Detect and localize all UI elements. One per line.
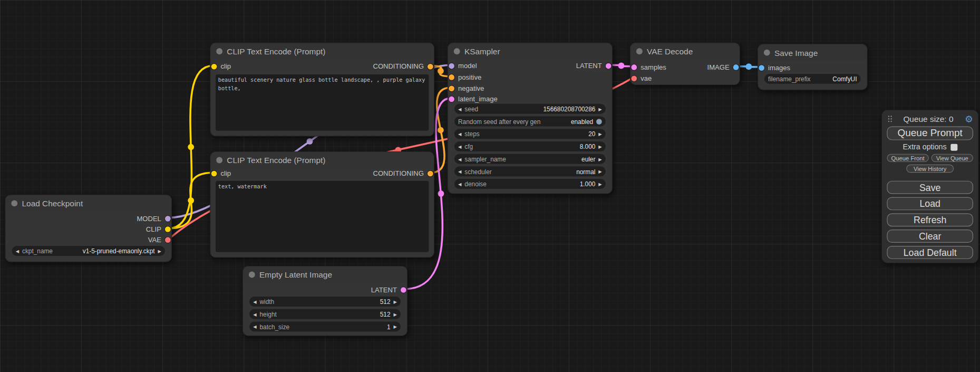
view-queue-button[interactable]: View Queue [932, 154, 973, 162]
widget-value: enabled [571, 118, 593, 125]
collapse-toggle-icon[interactable] [11, 200, 17, 206]
input-dot-latent-image[interactable] [449, 96, 454, 102]
decrement-icon[interactable]: ◀ [253, 299, 256, 303]
decrement-icon[interactable]: ◀ [458, 132, 461, 136]
toggle-dot-icon[interactable] [596, 119, 602, 125]
collapse-toggle-icon[interactable] [636, 48, 643, 54]
clear-button[interactable]: Clear [887, 230, 973, 243]
input-dot-clip[interactable] [211, 63, 217, 69]
output-dot-image[interactable] [733, 64, 739, 70]
input-slot-model: model [449, 61, 477, 70]
increment-icon[interactable]: ▶ [393, 325, 396, 329]
slot-label: clip [221, 63, 231, 70]
node-clip-text-encode-positive[interactable]: CLIP Text Encode (Prompt) clip CONDITION… [210, 43, 434, 137]
widget-width[interactable]: ◀ width 512 ▶ [249, 297, 401, 307]
widget-scheduler[interactable]: ◀ scheduler normal ▶ [454, 166, 606, 176]
node-clip-text-encode-negative[interactable]: CLIP Text Encode (Prompt) clip CONDITION… [210, 151, 434, 258]
input-dot-clip[interactable] [211, 170, 217, 176]
output-dot-latent[interactable] [606, 63, 612, 69]
load-button[interactable]: Load [887, 197, 973, 210]
increment-icon[interactable]: ▶ [598, 144, 601, 148]
node-titlebar[interactable]: KSampler [448, 43, 612, 60]
node-titlebar[interactable]: Load Checkpoint [6, 195, 171, 212]
node-title: CLIP Text Encode (Prompt) [227, 46, 325, 56]
queue-prompt-button[interactable]: Queue Prompt [887, 127, 973, 140]
output-dot-conditioning[interactable] [428, 170, 433, 176]
save-button[interactable]: Save [887, 181, 973, 194]
widget-sampler-name[interactable]: ◀ sampler_name euler ▶ [454, 154, 606, 164]
input-dot-positive[interactable] [449, 74, 454, 80]
node-vae-decode[interactable]: VAE Decode samples vae IMAGE [630, 43, 740, 85]
node-load-checkpoint[interactable]: Load Checkpoint MODEL CLIP VAE ◀ ckpt_na… [5, 195, 172, 262]
settings-gear-icon[interactable]: ⚙ [965, 114, 973, 123]
input-dot-images[interactable] [759, 65, 764, 71]
refresh-button[interactable]: Refresh [887, 213, 973, 226]
node-titlebar[interactable]: Save Image [758, 44, 867, 61]
slot-label: CLIP [146, 225, 161, 233]
collapse-toggle-icon[interactable] [764, 50, 770, 56]
widget-cfg[interactable]: ◀ cfg 8.000 ▶ [454, 141, 606, 151]
prev-value-icon[interactable]: ◀ [16, 249, 19, 253]
node-save-image[interactable]: Save Image images filename_prefix ComfyU… [758, 44, 868, 90]
extra-options-checkbox[interactable] [950, 144, 957, 150]
view-history-button[interactable]: View History [906, 165, 954, 173]
widget-label: sampler_name [464, 156, 506, 163]
output-dot-vae[interactable] [165, 237, 171, 243]
increment-icon[interactable]: ▶ [598, 182, 601, 186]
increment-icon[interactable]: ▶ [598, 132, 601, 136]
slot-label: MODEL [137, 215, 161, 222]
input-dot-model[interactable] [449, 63, 454, 69]
input-dot-vae[interactable] [631, 75, 637, 81]
prompt-text-area[interactable]: beautiful scenery nature glass bottle la… [216, 74, 429, 131]
decrement-icon[interactable]: ◀ [458, 182, 461, 186]
increment-icon[interactable]: ▶ [598, 107, 601, 111]
prompt-text-area[interactable]: text, watermark [216, 181, 429, 252]
output-dot-clip[interactable] [165, 226, 171, 232]
decrement-icon[interactable]: ◀ [458, 107, 461, 111]
widget-denoise[interactable]: ◀ denoise 1.000 ▶ [454, 179, 606, 189]
node-ksampler[interactable]: KSampler model positive negative latent_… [448, 43, 613, 194]
collapse-toggle-icon[interactable] [216, 157, 222, 164]
output-dot-conditioning[interactable] [428, 63, 433, 69]
increment-icon[interactable]: ▶ [393, 312, 396, 316]
widget-seed[interactable]: ◀ seed 156680208700286 ▶ [454, 104, 606, 114]
drag-handle-icon[interactable] [888, 116, 889, 117]
input-slot-latent-image: latent_image [449, 94, 497, 103]
widget-filename-prefix[interactable]: filename_prefix ComfyUI [764, 74, 861, 84]
collapse-toggle-icon[interactable] [454, 48, 460, 54]
link-dot [438, 190, 444, 197]
prev-value-icon[interactable]: ◀ [458, 157, 461, 161]
node-titlebar[interactable]: CLIP Text Encode (Prompt) [211, 152, 434, 168]
queue-front-button[interactable]: Queue Front [887, 154, 928, 162]
output-dot-latent[interactable] [401, 287, 406, 293]
widget-steps[interactable]: ◀ steps 20 ▶ [454, 129, 606, 139]
input-dot-negative[interactable] [449, 85, 454, 91]
link-dot [307, 138, 313, 145]
next-value-icon[interactable]: ▶ [598, 157, 601, 161]
decrement-icon[interactable]: ◀ [458, 144, 461, 148]
input-dot-samples[interactable] [631, 64, 637, 70]
node-titlebar[interactable]: Empty Latent Image [243, 266, 407, 283]
widget-ckpt-name[interactable]: ◀ ckpt_name v1-5-pruned-emaonly.ckpt ▶ [12, 246, 165, 256]
increment-icon[interactable]: ▶ [393, 299, 396, 303]
widget-height[interactable]: ◀ height 512 ▶ [249, 309, 401, 319]
widget-label: cfg [464, 143, 473, 150]
graph-canvas[interactable]: Load Checkpoint MODEL CLIP VAE ◀ ckpt_na… [0, 0, 980, 372]
node-empty-latent-image[interactable]: Empty Latent Image LATENT ◀ width 512 ▶ … [242, 266, 407, 336]
output-slot-vae: VAE [148, 235, 171, 244]
decrement-icon[interactable]: ◀ [253, 325, 256, 329]
output-dot-model[interactable] [165, 215, 171, 221]
widget-random-seed-toggle[interactable]: Random seed after every gen enabled [454, 117, 606, 127]
collapse-toggle-icon[interactable] [216, 48, 222, 54]
prev-value-icon[interactable]: ◀ [458, 169, 461, 174]
load-default-button[interactable]: Load Default [887, 246, 973, 259]
next-value-icon[interactable]: ▶ [598, 169, 601, 174]
widget-batch-size[interactable]: ◀ batch_size 1 ▶ [249, 321, 401, 331]
widget-label: steps [464, 130, 479, 137]
slot-label: IMAGE [707, 63, 730, 71]
next-value-icon[interactable]: ▶ [158, 249, 161, 253]
node-titlebar[interactable]: CLIP Text Encode (Prompt) [211, 43, 434, 60]
decrement-icon[interactable]: ◀ [253, 312, 256, 316]
node-titlebar[interactable]: VAE Decode [630, 43, 739, 60]
collapse-toggle-icon[interactable] [249, 272, 255, 278]
